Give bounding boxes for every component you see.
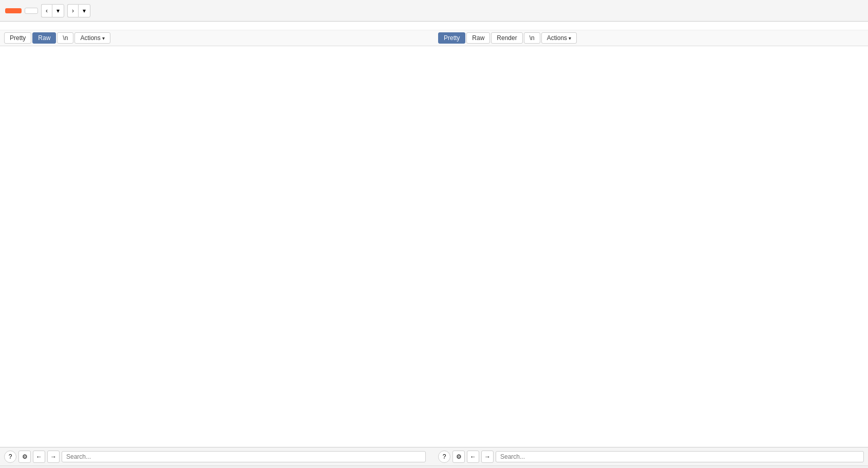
response-tabs-row: Pretty Raw Render \n Actions bbox=[434, 30, 868, 46]
tab-response-newline[interactable]: \n bbox=[524, 32, 540, 44]
nav-next-dropdown-button[interactable]: ▾ bbox=[78, 4, 90, 17]
response-bottom-bar: ? ⚙ ← → bbox=[434, 447, 868, 465]
request-content bbox=[0, 46, 434, 447]
help-icon-button-left[interactable]: ? bbox=[4, 451, 16, 463]
tab-request-raw[interactable]: Raw bbox=[32, 32, 56, 44]
tab-response-render[interactable]: Render bbox=[491, 32, 522, 44]
request-panel: Pretty Raw \n Actions ? ⚙ ← → bbox=[0, 22, 434, 465]
send-button[interactable] bbox=[5, 8, 22, 13]
nav-prev-dropdown-button[interactable]: ▾ bbox=[52, 4, 64, 17]
response-title bbox=[434, 22, 868, 30]
nav-next-button[interactable]: › bbox=[67, 4, 78, 17]
main-content: Pretty Raw \n Actions ? ⚙ ← → Pretty Raw… bbox=[0, 22, 868, 465]
tab-response-actions[interactable]: Actions bbox=[541, 32, 577, 44]
cancel-button[interactable] bbox=[25, 8, 38, 14]
back-icon-button-left[interactable]: ← bbox=[33, 451, 45, 463]
help-icon-button-right[interactable]: ? bbox=[438, 451, 450, 463]
response-panel: Pretty Raw Render \n Actions ? ⚙ ← → bbox=[434, 22, 868, 465]
top-toolbar: ‹ ▾ › ▾ bbox=[0, 0, 868, 22]
search-input-right[interactable] bbox=[496, 451, 864, 462]
request-tabs-row: Pretty Raw \n Actions bbox=[0, 30, 434, 46]
back-icon-button-right[interactable]: ← bbox=[467, 451, 479, 463]
nav-prev-button[interactable]: ‹ bbox=[41, 4, 52, 17]
forward-icon-button-left[interactable]: → bbox=[47, 451, 60, 463]
tab-request-newline[interactable]: \n bbox=[57, 32, 73, 44]
search-input-left[interactable] bbox=[62, 451, 426, 462]
nav-next-group: › ▾ bbox=[67, 4, 90, 17]
request-bottom-bar: ? ⚙ ← → bbox=[0, 447, 434, 465]
nav-prev-group: ‹ ▾ bbox=[41, 4, 64, 17]
request-title bbox=[0, 22, 434, 30]
settings-icon-button-right[interactable]: ⚙ bbox=[452, 451, 465, 463]
forward-icon-button-right[interactable]: → bbox=[481, 451, 494, 463]
tab-response-raw[interactable]: Raw bbox=[466, 32, 490, 44]
response-content bbox=[434, 46, 868, 447]
settings-icon-button-left[interactable]: ⚙ bbox=[18, 451, 31, 463]
tab-request-actions[interactable]: Actions bbox=[74, 32, 110, 44]
status-bar bbox=[0, 465, 868, 468]
tab-response-pretty[interactable]: Pretty bbox=[438, 32, 465, 44]
tab-request-pretty[interactable]: Pretty bbox=[4, 32, 31, 44]
